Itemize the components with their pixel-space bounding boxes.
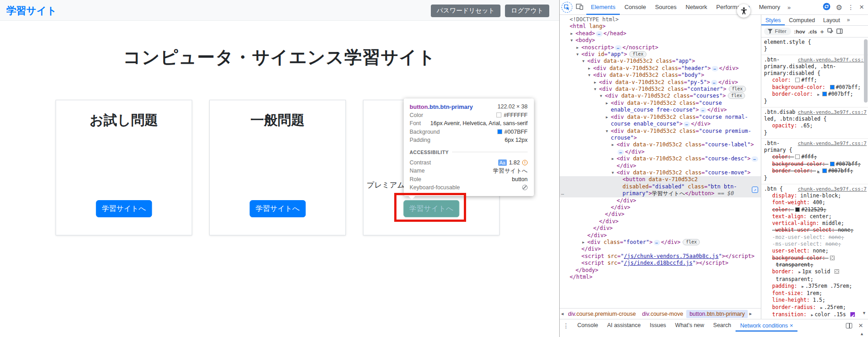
expand-arrow-icon[interactable]: ▶ [576, 44, 581, 51]
css-selector[interactable]: element.style { [764, 39, 867, 46]
drawer-tab-network-conditions[interactable]: Network conditions× [736, 320, 797, 332]
devtools-tab-elements[interactable]: Elements [586, 0, 620, 15]
css-declaration[interactable]: background-color: #007bff; [764, 161, 867, 168]
expand-value-icon[interactable]: ▶ [817, 169, 820, 173]
dom-tree-node[interactable]: ▶<div class="footer">…</div>flex [560, 239, 761, 246]
css-declaration[interactable]: -webkit-user-select: none; [764, 227, 867, 234]
more-options-icon[interactable]: ⋮ [848, 4, 854, 11]
logout-button[interactable]: ログアウト [505, 5, 549, 17]
styles-scrollbar-thumb[interactable] [864, 39, 868, 103]
dom-tree-node[interactable]: ▼<body> [560, 37, 761, 44]
breadcrumb-scroll-left-icon[interactable]: ◂ [560, 311, 565, 317]
dom-tree-node[interactable]: ▼<div data-v-710d53c2 class="app"> [560, 58, 761, 65]
breadcrumb-item[interactable]: div.course-move [639, 310, 686, 318]
flex-badge[interactable]: flex [629, 51, 646, 57]
breadcrumb-item[interactable]: div.course.premium-crouse [565, 310, 639, 318]
dom-tree-node[interactable]: </div> [560, 218, 761, 225]
collapse-arrow-icon[interactable]: ▼ [600, 93, 605, 99]
styles-tab-computed[interactable]: Computed [785, 15, 819, 25]
stylesheet-link[interactable]: chunk-vendo…3e97f.css:7 [798, 186, 867, 192]
color-swatch[interactable] [795, 154, 800, 159]
dock-split-icon[interactable] [846, 323, 852, 328]
dom-tree-node[interactable]: ▼<div data-v-710d53c2 class="course prem… [560, 128, 761, 142]
dom-tree-node-selected[interactable]: …<button data-v-710d53c2 disabled="disab… [560, 176, 761, 197]
toggle-classes-button[interactable]: .cls [808, 29, 817, 34]
dom-tree-node[interactable]: </div> [560, 225, 761, 232]
sync-badge-icon[interactable] [823, 3, 830, 12]
css-declaration[interactable]: display: inline-block; [764, 192, 867, 199]
css-declaration[interactable]: color: #212529; [764, 206, 867, 213]
styles-filter-input[interactable]: Filter [764, 28, 791, 35]
drawer-close-icon[interactable]: × [859, 321, 863, 330]
css-declaration[interactable]: border-radius: ▶.25rem; [764, 304, 867, 311]
settings-gear-icon[interactable]: ⚙ [836, 3, 842, 12]
inline-expand-icon[interactable]: … [615, 45, 621, 51]
inline-expand-icon[interactable]: … [596, 31, 602, 37]
inline-expand-icon[interactable]: … [712, 66, 718, 71]
dom-tree-node[interactable]: <!DOCTYPE html> [560, 16, 761, 23]
css-declaration[interactable]: transition: ▶color .15s ease-in-out, bac… [764, 311, 867, 319]
sidebar-layout-icon[interactable] [836, 28, 843, 35]
transparent-swatch[interactable] [830, 256, 835, 260]
dom-tree-node[interactable]: <html lang> [560, 23, 761, 30]
bezier-icon[interactable] [850, 312, 855, 317]
flex-badge[interactable]: flex [683, 239, 700, 245]
dom-tree-node[interactable]: </div> [560, 204, 761, 211]
color-swatch[interactable] [822, 168, 827, 173]
inline-expand-icon[interactable]: … [618, 150, 624, 155]
password-reset-button[interactable]: パスワードリセット [431, 5, 501, 17]
stylesheet-link[interactable]: chunk-vendo…3e97f.css:7 [798, 56, 867, 63]
styles-tab-layout[interactable]: Layout [819, 15, 844, 25]
device-toolbar-icon[interactable] [576, 4, 583, 11]
dom-tree-node[interactable]: ▼<div data-v-710d53c2 class="course-move… [560, 169, 761, 176]
css-declaration[interactable]: border-color: ▶#007bff; [764, 91, 867, 98]
dom-tree-node[interactable]: ▶<div data-v-710d53c2 class="course-labe… [560, 141, 761, 155]
css-declaration[interactable]: border-color: ▶#007bff; [764, 168, 867, 175]
styles-tab-styles[interactable]: Styles [761, 15, 785, 25]
dom-tree-node[interactable]: <script src="/js/index.d18bccfd.js"></sc… [560, 260, 761, 267]
color-swatch[interactable] [795, 207, 800, 212]
devtools-tab-network[interactable]: Network [681, 0, 712, 15]
dom-tree-node[interactable]: <script src="/js/chunk-vendors.75aa0b8c.… [560, 253, 761, 260]
dom-tree-node[interactable]: </div> [560, 246, 761, 253]
stylesheet-link[interactable]: chunk-vendo…3e97f.css:7 [798, 109, 867, 116]
expand-arrow-icon[interactable]: ▶ [606, 100, 611, 107]
accessibility-person-icon[interactable] [737, 4, 750, 18]
dom-tree-node[interactable]: ▼<div data-v-710d53c2 class="body"> [560, 72, 761, 79]
collapse-arrow-icon[interactable]: ▼ [588, 72, 593, 79]
css-declaration[interactable]: border: ▶1px solid transparent; [764, 268, 867, 283]
expand-value-icon[interactable]: ▶ [821, 306, 823, 310]
collapse-arrow-icon[interactable]: ▼ [582, 58, 587, 65]
inline-expand-icon[interactable]: … [700, 108, 706, 113]
dom-tree-node[interactable]: ▼<div data-v-710d53c2 class="container">… [560, 86, 761, 93]
css-declaration[interactable]: font-weight: 400; [764, 199, 867, 206]
color-swatch[interactable] [830, 162, 835, 166]
node-menu-icon[interactable]: … [561, 190, 565, 197]
inline-expand-icon[interactable]: … [654, 240, 660, 245]
card-trial-go-button[interactable]: 学習サイトへ [96, 200, 152, 217]
card-general-go-button[interactable]: 学習サイトへ [250, 200, 306, 217]
drawer-tab-what-s-new[interactable]: What's new [670, 320, 708, 332]
css-declaration[interactable]: color: #fff; [764, 77, 867, 84]
dom-tree-node[interactable]: ▶<div data-v-710d53c2 class="course enab… [560, 100, 761, 114]
drawer-tab-search[interactable]: Search [709, 320, 736, 332]
dom-tree-node[interactable]: ▶<div data-v-710d53c2 class="header">…</… [560, 65, 761, 72]
expand-arrow-icon[interactable]: ▶ [612, 155, 617, 162]
rendering-emulation-icon[interactable] [827, 28, 833, 35]
inline-expand-icon[interactable]: … [751, 156, 758, 162]
flex-badge[interactable]: flex [729, 86, 746, 92]
styles-more-chevron[interactable]: » [844, 15, 853, 28]
scroll-into-view-icon[interactable]: ↗ [752, 187, 758, 193]
devtools-close-icon[interactable]: × [859, 3, 864, 12]
color-swatch[interactable] [795, 78, 800, 82]
drawer-menu-icon[interactable]: ⋮ [560, 322, 573, 329]
dom-tree-node[interactable]: ▼<div data-v-710d53c2 class="courses">fl… [560, 93, 761, 99]
collapse-arrow-icon[interactable]: ▼ [606, 128, 611, 135]
css-declaration[interactable]: background-color: #007bff; [764, 84, 867, 91]
expand-arrow-icon[interactable]: ▶ [594, 79, 599, 86]
dom-tree-node[interactable]: ▶<div data-v-710d53c2 class="course norm… [560, 114, 761, 128]
expand-arrow-icon[interactable]: ▶ [588, 65, 593, 72]
css-declaration[interactable]: opacity: .65; [764, 122, 867, 129]
collapse-arrow-icon[interactable]: ▼ [576, 51, 581, 58]
devtools-tab-memory[interactable]: Memory [755, 0, 785, 15]
